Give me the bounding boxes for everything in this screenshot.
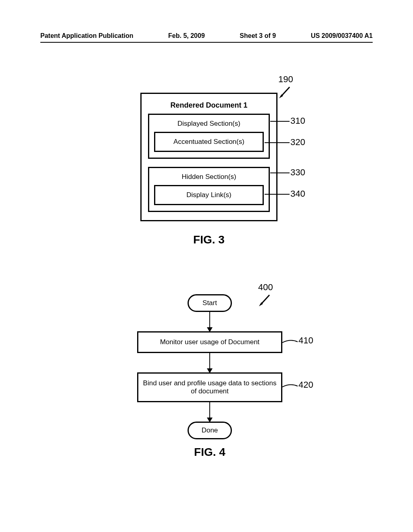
accentuated-section-box: Accentuated Section(s) xyxy=(154,132,264,152)
hidden-section-box: Hidden Section(s) Display Link(s) xyxy=(148,167,270,212)
lead-line xyxy=(265,194,290,195)
arrow-icon xyxy=(278,83,294,99)
displayed-section-label: Displayed Section(s) xyxy=(154,120,264,128)
header-rule xyxy=(40,42,373,43)
lead-line xyxy=(282,383,298,391)
displayed-section-box: Displayed Section(s) Accentuated Section… xyxy=(148,114,270,159)
ref-310: 310 xyxy=(290,116,305,126)
patent-page: Patent Application Publication Feb. 5, 2… xyxy=(0,0,413,532)
figure-4-caption: FIG. 4 xyxy=(113,446,307,459)
done-terminal: Done xyxy=(188,422,232,439)
rendered-document-title: Rendered Document 1 xyxy=(148,101,270,110)
sheet-number: Sheet 3 of 9 xyxy=(240,32,276,39)
pub-number: US 2009/0037400 A1 xyxy=(311,32,373,39)
flowchart: Start Monitor user usage of Document Bin… xyxy=(113,294,307,439)
lead-line xyxy=(282,339,298,347)
arrow-icon xyxy=(258,291,274,307)
ref-340: 340 xyxy=(290,189,305,199)
step-monitor: Monitor user usage of Document xyxy=(137,331,282,353)
lead-line xyxy=(265,142,290,143)
lead-line xyxy=(270,172,290,173)
pub-date: Feb. 5, 2009 xyxy=(168,32,205,39)
ref-330: 330 xyxy=(290,167,305,178)
page-header: Patent Application Publication Feb. 5, 2… xyxy=(40,32,373,39)
arrow-down-icon xyxy=(209,353,210,372)
figure-3-caption: FIG. 3 xyxy=(140,233,277,246)
arrow-down-icon xyxy=(209,312,210,331)
ref-410: 410 xyxy=(298,335,313,346)
start-terminal: Start xyxy=(188,294,232,312)
hidden-section-label: Hidden Section(s) xyxy=(154,173,264,181)
arrow-down-icon xyxy=(209,402,210,422)
ref-420: 420 xyxy=(298,380,313,390)
figure-4: Start Monitor user usage of Document Bin… xyxy=(113,294,307,459)
display-link-box: Display Link(s) xyxy=(154,185,264,205)
rendered-document-box: Rendered Document 1 Displayed Section(s)… xyxy=(140,93,277,221)
figure-3: Rendered Document 1 Displayed Section(s)… xyxy=(140,93,277,246)
ref-320: 320 xyxy=(290,137,305,148)
step-bind: Bind user and profile usage data to sect… xyxy=(137,372,282,402)
lead-line xyxy=(270,121,290,122)
pub-type: Patent Application Publication xyxy=(40,32,133,39)
